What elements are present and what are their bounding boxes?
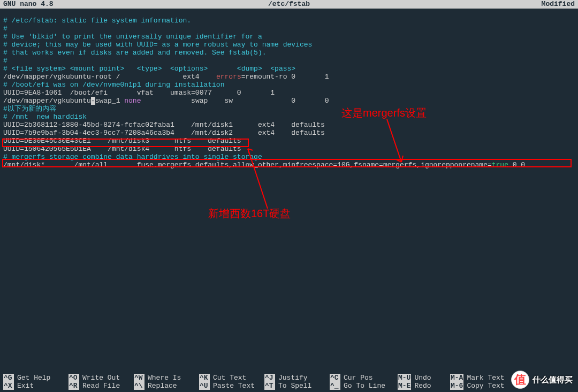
file-path: /etc/fstab (268, 0, 310, 9)
comment-line: # /mnt new harddisk (3, 113, 87, 121)
shortcut-go-to-line[interactable]: ^_Go To Line (330, 382, 398, 390)
shortcut-redo[interactable]: M-ERedo (398, 382, 450, 390)
shortcut-undo[interactable]: M-UUndo (398, 374, 450, 382)
app-name: GNU nano 4.8 (3, 0, 54, 9)
watermark-text: 什么值得买 (533, 375, 573, 385)
shortcut-row-2: ^XExit ^RRead File ^\Replace ^UPaste Tex… (3, 382, 575, 390)
comment-line: # <file system> <mount point> <type> <op… (3, 65, 295, 73)
watermark: 值 什么值得买 (511, 371, 573, 389)
shortcut-get-help[interactable]: ^GGet Help (3, 374, 69, 382)
shortcut-justify[interactable]: ^JJustify (264, 374, 330, 382)
fstab-line: /dev/mapper/vgkubuntu-root / ext4 errors… (3, 73, 329, 81)
comment-line: # (3, 57, 7, 65)
shortcut-cut-text[interactable]: ^KCut Text (199, 374, 264, 382)
comment-line: # Use 'blkid' to print the universally u… (3, 33, 262, 41)
shortcut-exit[interactable]: ^XExit (3, 382, 69, 390)
annotation-label-newdisk: 新增西数16T硬盘 (208, 206, 291, 221)
comment-line: # /etc/fstab: static file system informa… (3, 17, 191, 25)
fstab-line: UUID=9EA8-1061 /boot/efi vfat umask=0077… (3, 89, 275, 97)
comment-line: #以下为新的内容 (3, 105, 56, 113)
shortcut-read-file[interactable]: ^RRead File (69, 382, 134, 390)
title-bar: GNU nano 4.8 /etc/fstab Modified (0, 0, 578, 9)
comment-line: # device; this may be used with UUID= as… (3, 41, 312, 49)
fstab-line: UUID=2b368112-1880-45bd-8274-fcfac02faba… (3, 121, 325, 129)
comment-line: # mergerfs storage combine data harddriv… (3, 153, 262, 161)
shortcut-bar: ^GGet Help ^OWrite Out ^WWhere Is ^KCut … (0, 374, 578, 392)
shortcut-replace[interactable]: ^\Replace (134, 382, 199, 390)
cursor: - (91, 97, 95, 105)
comment-line: # (3, 25, 7, 33)
editor-area[interactable]: # /etc/fstab: static file system informa… (0, 9, 578, 169)
fstab-line: /mnt/disk* /mnt/all fuse.mergerfs defaul… (3, 161, 525, 169)
modified-status: Modified (542, 0, 575, 9)
fstab-line: /dev/mapper/vgkubuntu-swap_1 none swap s… (3, 97, 329, 105)
comment-line: # that works even if disks are added and… (3, 49, 266, 57)
watermark-icon: 值 (511, 371, 529, 389)
shortcut-where-is[interactable]: ^WWhere Is (134, 374, 199, 382)
shortcut-row-1: ^GGet Help ^OWrite Out ^WWhere Is ^KCut … (3, 374, 575, 382)
shortcut-write-out[interactable]: ^OWrite Out (69, 374, 134, 382)
shortcut-to-spell[interactable]: ^TTo Spell (264, 382, 330, 390)
fstab-line: UUID=DE30E45C30E43CE1 /mnt/disk3 ntfs de… (3, 137, 241, 145)
fstab-line: UUID=7b9e9baf-3b04-4ec3-9cc7-7208a46ca3b… (3, 129, 325, 137)
fstab-line: UUID=1506420565E5D1EA /mnt/disk4 ntfs de… (3, 145, 241, 153)
shortcut-cur-pos[interactable]: ^CCur Pos (330, 374, 398, 382)
shortcut-paste-text[interactable]: ^UPaste Text (199, 382, 264, 390)
comment-line: # /boot/efi was on /dev/nvme0n1p1 during… (3, 81, 224, 89)
